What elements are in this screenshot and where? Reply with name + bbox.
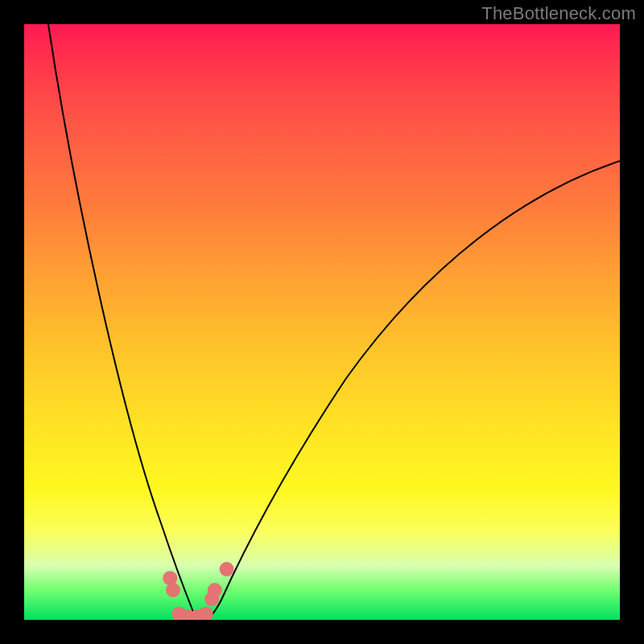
curve-right-branch bbox=[201, 161, 620, 620]
curve-left-branch bbox=[48, 24, 201, 620]
bottleneck-curve bbox=[24, 24, 620, 620]
watermark-text: TheBottleneck.com bbox=[481, 3, 636, 24]
dot-right-upper bbox=[220, 562, 234, 576]
dot-right-mid bbox=[208, 583, 222, 597]
curve-markers bbox=[163, 562, 233, 620]
dot-left-lower bbox=[166, 583, 180, 597]
dot-bottom-4 bbox=[199, 607, 213, 620]
chart-area bbox=[24, 24, 620, 620]
